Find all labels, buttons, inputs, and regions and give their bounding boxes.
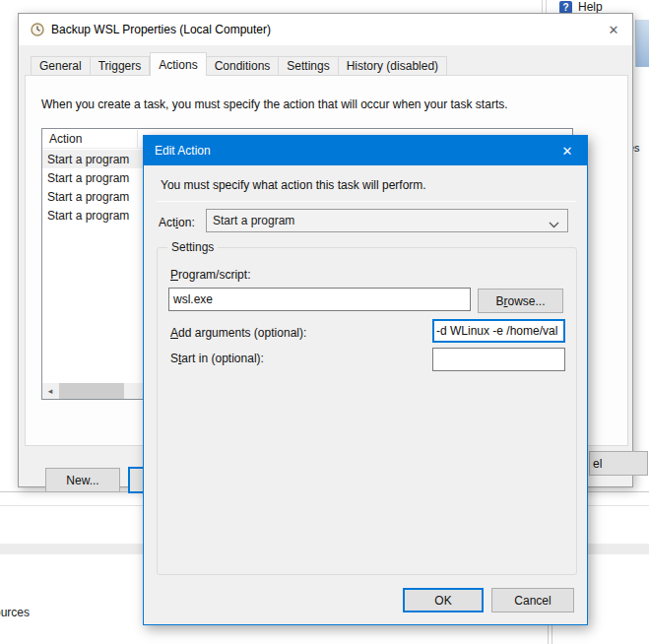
add-arguments-input[interactable] xyxy=(432,319,565,343)
program-script-input[interactable] xyxy=(168,288,471,311)
edit-action-message: You must specify what action this task w… xyxy=(161,178,426,192)
background-text-fragment: ources xyxy=(0,606,30,619)
background-divider xyxy=(548,624,549,644)
program-script-label: Program/script: xyxy=(170,268,250,282)
ok-button[interactable]: OK xyxy=(403,588,484,612)
column-divider[interactable] xyxy=(137,130,138,148)
properties-dialog-title: Backup WSL Properties (Local Computer) xyxy=(51,23,271,36)
start-in-input[interactable] xyxy=(432,348,565,371)
tab-triggers[interactable]: Triggers xyxy=(91,56,151,76)
help-label: Help xyxy=(578,0,603,14)
edit-action-dialog: Edit Action ✕ You must specify what acti… xyxy=(143,135,588,625)
start-in-label: Start in (optional): xyxy=(170,352,264,365)
toolbar-separator xyxy=(542,0,543,14)
tab-history[interactable]: History (disabled) xyxy=(339,56,447,76)
close-icon[interactable]: ✕ xyxy=(553,139,581,162)
toolbar-separator xyxy=(546,0,547,14)
help-menu-item[interactable]: ? Help xyxy=(559,0,628,14)
tab-strip: General Triggers Actions Conditions Sett… xyxy=(31,54,447,76)
settings-group-label: Settings xyxy=(167,240,218,254)
background-divider xyxy=(552,624,552,644)
cancel-button[interactable]: Cancel xyxy=(491,588,574,612)
new-button[interactable]: New... xyxy=(45,468,120,492)
cancel-button-partial[interactable]: el xyxy=(589,451,648,476)
tab-actions[interactable]: Actions xyxy=(150,52,206,76)
tab-settings[interactable]: Settings xyxy=(279,56,338,76)
tab-general[interactable]: General xyxy=(31,56,91,76)
properties-titlebar[interactable]: Backup WSL Properties (Local Computer) ✕ xyxy=(19,14,632,45)
scrollbar-thumb[interactable] xyxy=(59,383,124,399)
action-column-header: Action xyxy=(49,132,82,146)
separator xyxy=(157,201,576,202)
edit-action-title: Edit Action xyxy=(155,144,211,158)
edit-action-titlebar[interactable]: Edit Action ✕ xyxy=(144,136,587,165)
tab-conditions[interactable]: Conditions xyxy=(207,56,280,76)
scroll-left-icon[interactable]: ◂ xyxy=(42,383,58,399)
browse-button[interactable]: Browse... xyxy=(478,289,563,313)
help-icon: ? xyxy=(559,1,572,14)
chevron-down-icon xyxy=(549,218,559,231)
background-pane-fragment xyxy=(635,20,649,67)
task-scheduler-clock-icon xyxy=(31,23,44,36)
action-select[interactable]: Start a program xyxy=(206,209,568,232)
actions-description: When you create a task, you must specify… xyxy=(41,97,613,111)
action-select-value: Start a program xyxy=(213,214,294,227)
close-icon[interactable]: ✕ xyxy=(602,18,625,41)
add-arguments-label: Add arguments (optional): xyxy=(170,326,306,340)
action-label: Action: xyxy=(159,216,195,229)
